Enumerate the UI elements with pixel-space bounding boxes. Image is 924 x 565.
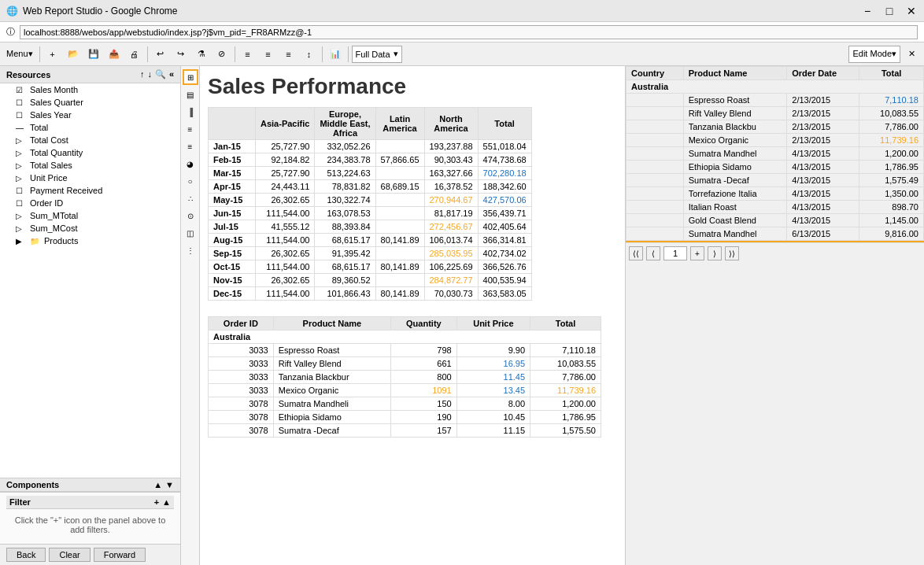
checkbox-icon: ☐ [16, 199, 27, 208]
detail-row-total: 7,786.00 [530, 371, 601, 384]
pivot-row-na: 193,237.88 [424, 140, 478, 153]
close-button[interactable]: ✕ [905, 5, 918, 17]
pivot-row-ap: 111,544.00 [256, 287, 315, 301]
maximize-button[interactable]: □ [883, 5, 896, 17]
right-row-country [626, 227, 684, 241]
right-row-product: Gold Coast Blend [683, 214, 787, 227]
sort-asc-icon[interactable]: ↑ [140, 69, 145, 79]
right-table: Country Product Name Order Date Total Au… [626, 66, 924, 241]
menu-button[interactable]: Menu▾ [3, 45, 36, 64]
pivot-row-ap: 41,555.12 [256, 220, 315, 234]
pivot-row-ap: 92,184.82 [256, 153, 315, 167]
panel-icon-line[interactable]: ≡ [183, 121, 198, 137]
forward-button[interactable]: Forward [94, 548, 146, 562]
toolbar-sep-5 [348, 46, 349, 62]
close-report-button[interactable]: ✕ [902, 45, 921, 64]
filter-collapse-icon[interactable]: ▲ [162, 497, 171, 507]
edit-mode-dropdown[interactable]: Edit Mode▾ [848, 46, 900, 63]
down-icon[interactable]: ▼ [165, 480, 174, 489]
url-input[interactable] [20, 25, 918, 39]
filter-label: Filter [9, 497, 31, 507]
pivot-row-emea: 89,360.52 [315, 274, 375, 287]
next-page-button[interactable]: ⟩ [708, 246, 722, 260]
clear-button[interactable]: Clear [49, 548, 90, 562]
sidebar-item-label: Payment Received [30, 186, 102, 195]
pivot-row-la: 57,866.65 [375, 153, 424, 167]
save-button[interactable]: 💾 [84, 45, 103, 64]
pivot-row-emea: 130,322.74 [315, 194, 375, 207]
components-section: Components ▲ ▼ [0, 478, 180, 492]
arrow-icon: ▷ [16, 149, 27, 157]
panel-icon-more[interactable]: ⋮ [183, 242, 198, 258]
sidebar-item-sales-quarter[interactable]: ☐ Sales Quarter [0, 96, 180, 109]
pivot-row-total: 363,583.05 [478, 287, 531, 301]
search-icon[interactable]: 🔍 [155, 69, 166, 79]
sort-desc-icon[interactable]: ↓ [147, 69, 152, 79]
align-left-button[interactable]: ≡ [238, 45, 257, 64]
data-mode-dropdown[interactable]: Full Data ▾ [352, 46, 402, 63]
filter-section: Filter + ▲ Click the "+" icon on the pan… [0, 492, 180, 544]
pivot-row-total: 366,526.76 [478, 260, 531, 274]
toolbar-sep-4 [322, 46, 323, 62]
new-button[interactable]: + [43, 45, 62, 64]
page-number-input[interactable] [663, 246, 687, 260]
sidebar-item-unit-price[interactable]: ▷ Unit Price [0, 172, 180, 184]
right-row-date: 4/13/2015 [787, 214, 859, 227]
pivot-row-na: 163,327.66 [424, 167, 478, 180]
prev-page-button[interactable]: ⟨ [646, 246, 660, 260]
panel-icon-gauge[interactable]: ⊙ [183, 208, 198, 223]
sidebar-item-label: Unit Price [30, 173, 68, 183]
dash-icon: — [16, 124, 27, 132]
panel-icon-scatter[interactable]: ∴ [183, 190, 198, 206]
back-button[interactable]: Back [6, 548, 46, 562]
minimize-button[interactable]: − [861, 5, 874, 17]
toolbar: Menu▾ + 📂 💾 📤 🖨 ↩ ↪ ⚗ ⊘ ≡ ≡ ≡ ↕ 📊 Full D… [0, 42, 924, 66]
up-icon[interactable]: ▲ [153, 480, 162, 489]
sidebar-item-sum-mcost[interactable]: ▷ Sum_MCost [0, 222, 180, 234]
collapse-icon[interactable]: « [169, 69, 174, 79]
sidebar-item-sales-month[interactable]: ☑ Sales Month [0, 83, 180, 96]
pivot-row-la [375, 220, 424, 234]
pivot-row-emea: 163,078.53 [315, 207, 375, 220]
open-button[interactable]: 📂 [64, 45, 83, 64]
align-center-button[interactable]: ≡ [259, 45, 278, 64]
undo-button[interactable]: ↩ [151, 45, 170, 64]
sidebar-item-total-sales[interactable]: ▷ Total Sales [0, 159, 180, 172]
pivot-row-period: Jun-15 [209, 207, 256, 220]
print-button[interactable]: 🖨 [125, 45, 144, 64]
chart-button[interactable]: 📊 [326, 45, 345, 64]
sidebar-item-total-quantity[interactable]: ▷ Total Quantity [0, 146, 180, 159]
panel-icon-area[interactable]: ≡ [183, 138, 198, 154]
export-button[interactable]: 📤 [105, 45, 124, 64]
title-bar-controls[interactable]: − □ ✕ [861, 5, 918, 17]
sidebar-item-payment-received[interactable]: ☐ Payment Received [0, 184, 180, 197]
sidebar-item-products[interactable]: ▶ 📁 Products [0, 234, 180, 247]
panel-icon-pie[interactable]: ◕ [183, 156, 198, 172]
panel-icon-properties[interactable]: ▤ [183, 87, 198, 102]
panel-icon-bar[interactable]: ▐ [183, 104, 198, 120]
redo-button[interactable]: ↪ [172, 45, 190, 64]
panel-icon-donut[interactable]: ○ [183, 173, 198, 189]
sort-button[interactable]: ↕ [300, 45, 319, 64]
sidebar-item-label: Total Cost [30, 135, 68, 145]
filter-button[interactable]: ⚗ [192, 45, 211, 64]
pivot-row-total: 474,738.68 [478, 153, 531, 167]
panel-icon-map[interactable]: ◫ [183, 225, 198, 241]
first-page-button[interactable]: ⟨⟨ [629, 246, 643, 260]
pagination: ⟨⟨ ⟨ + ⟩ ⟩⟩ [626, 242, 924, 264]
add-page-button[interactable]: + [690, 246, 704, 260]
sidebar-item-order-id[interactable]: ☐ Order ID [0, 197, 180, 209]
panel-icon-table[interactable]: ⊞ [183, 69, 198, 85]
align-right-button[interactable]: ≡ [279, 45, 298, 64]
pivot-row-total: 188,342.60 [478, 180, 531, 194]
sidebar-item-sum-mtotal[interactable]: ▷ Sum_MTotal [0, 209, 180, 222]
filter2-button[interactable]: ⊘ [213, 45, 231, 64]
filter-add-icon[interactable]: + [154, 497, 159, 507]
pivot-row-na: 16,378.52 [424, 180, 478, 194]
last-page-button[interactable]: ⟩⟩ [725, 246, 739, 260]
sidebar-item-total[interactable]: — Total [0, 121, 180, 134]
pivot-row-total: 356,439.71 [478, 207, 531, 220]
sidebar-item-sales-year[interactable]: ☐ Sales Year [0, 109, 180, 121]
pivot-row-ap: 26,302.65 [256, 194, 315, 207]
sidebar-item-total-cost[interactable]: ▷ Total Cost [0, 134, 180, 146]
